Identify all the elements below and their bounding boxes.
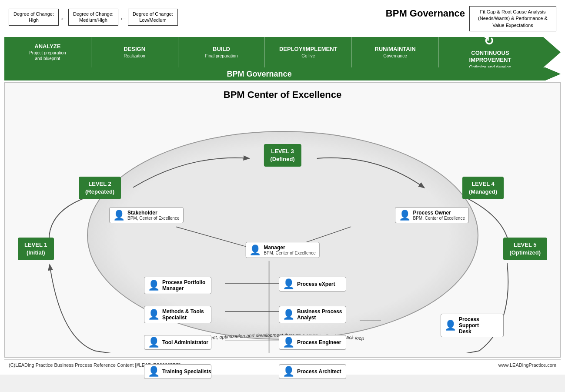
degree-box-medium-high: Degree of Change: Medium/High bbox=[68, 9, 118, 26]
footer-right: www.LEADingPractice.com bbox=[498, 362, 556, 368]
ta-icon: 👤 bbox=[148, 338, 160, 347]
phase-analyze: ANALYZE Project preparation and blueprin… bbox=[4, 37, 91, 67]
governance-arrow-bar: BPM Governance bbox=[4, 67, 561, 80]
phase-continuous: ↻ CONTINUOUS IMPROVEMENT Optimize and de… bbox=[439, 37, 561, 67]
ppm-icon: 👤 bbox=[148, 281, 160, 290]
ts-icon: 👤 bbox=[148, 367, 160, 376]
ppm-name: Process Portfolio Manager bbox=[162, 279, 205, 291]
role-ta: 👤 Tool Administrator bbox=[144, 335, 211, 350]
degree-box-high: Degree of Change: High bbox=[9, 9, 59, 26]
stakeholder-icon: 👤 bbox=[113, 211, 125, 220]
arrow-left-2: ← bbox=[118, 14, 128, 23]
role-parch: 👤 Process Architect bbox=[279, 364, 346, 379]
role-mts: 👤 Methods & Tools Specialist bbox=[144, 306, 211, 323]
bpa-icon: 👤 bbox=[283, 310, 294, 319]
role-ts: 👤 Training Specialists bbox=[144, 364, 211, 379]
role-bpa: 👤 Business Process Analyst bbox=[279, 306, 346, 323]
manager-sub: BPM, Center of Excellence bbox=[264, 251, 316, 255]
ts-name: Training Specialists bbox=[162, 369, 211, 375]
level-4-box: LEVEL 4 (Managed) bbox=[462, 177, 504, 199]
phase-deploy: DEPLOY/IMPLEMENT Go live bbox=[265, 37, 352, 67]
oval-container: LEVEL 1 (Initial) LEVEL 2 (Repeated) LEV… bbox=[9, 109, 556, 353]
pe-icon: 👤 bbox=[283, 279, 294, 289]
manager-name: Manager bbox=[264, 245, 285, 251]
parch-icon: 👤 bbox=[283, 367, 294, 376]
fit-gap-box: Fit Gap & Root Cause Analysis (Needs/Wan… bbox=[469, 6, 556, 31]
role-manager: 👤 Manager BPM, Center of Excellence bbox=[245, 242, 320, 258]
bpa-name: Business Process Analyst bbox=[297, 308, 342, 321]
preng-icon: 👤 bbox=[283, 338, 294, 347]
process-owner-icon: 👤 bbox=[399, 211, 411, 220]
coe-title: BPM Center of Excellence bbox=[9, 89, 556, 101]
phase-build: BUILD Final preparation bbox=[178, 37, 265, 67]
level-5-box: LEVEL 5 (Optimized) bbox=[503, 238, 548, 260]
mts-name: Methods & Tools Specialist bbox=[162, 308, 204, 321]
level-3-box: LEVEL 3 (Defined) bbox=[264, 144, 301, 167]
pe-name: Process eXpert bbox=[297, 281, 335, 287]
manager-icon: 👤 bbox=[249, 245, 261, 255]
arrow-left-1: ← bbox=[59, 14, 68, 23]
phase-run: RUN/MAINTAIN Governance bbox=[352, 37, 439, 67]
role-pe: 👤 Process eXpert bbox=[279, 277, 346, 291]
role-ppm: 👤 Process Portfolio Manager bbox=[144, 277, 211, 294]
role-psd: 👤 Process Support Desk bbox=[441, 314, 504, 337]
psd-name: Process Support Desk bbox=[459, 316, 500, 335]
ta-name: Tool Administrator bbox=[162, 339, 208, 345]
psd-icon: 👤 bbox=[445, 321, 456, 330]
level-1-box: LEVEL 1 (Initial) bbox=[18, 238, 54, 260]
top-section: BPM Governance Fit Gap & Root Cause Anal… bbox=[4, 4, 561, 80]
main-content: BPM Center of Excellence bbox=[4, 82, 561, 358]
bpm-governance-title: BPM Governance bbox=[386, 8, 465, 19]
stakeholder-name: Stakeholder bbox=[127, 210, 157, 216]
role-stakeholder: 👤 Stakeholder BPM, Center of Excellence bbox=[109, 207, 184, 223]
mts-icon: 👤 bbox=[148, 310, 160, 319]
page: BPM Governance Fit Gap & Root Cause Anal… bbox=[0, 0, 565, 375]
phase-bar: ANALYZE Project preparation and blueprin… bbox=[4, 37, 561, 67]
preng-name: Process Engineer bbox=[297, 339, 341, 345]
process-owner-name: Process Owner bbox=[413, 210, 451, 216]
role-preng: 👤 Process Engineer bbox=[279, 335, 346, 350]
level-2-box: LEVEL 2 (Repeated) bbox=[79, 177, 121, 199]
role-process-owner: 👤 Process Owner BPM, Center of Excellenc… bbox=[395, 207, 469, 223]
phase-design: DESIGN Realization bbox=[91, 37, 178, 67]
parch-name: Process Architect bbox=[297, 369, 341, 375]
process-owner-sub: BPM, Center of Excellence bbox=[413, 216, 465, 221]
degree-box-low-medium: Degree of Change: Low/Medium bbox=[128, 9, 178, 26]
stakeholder-sub: BPM, Center of Excellence bbox=[127, 216, 180, 221]
